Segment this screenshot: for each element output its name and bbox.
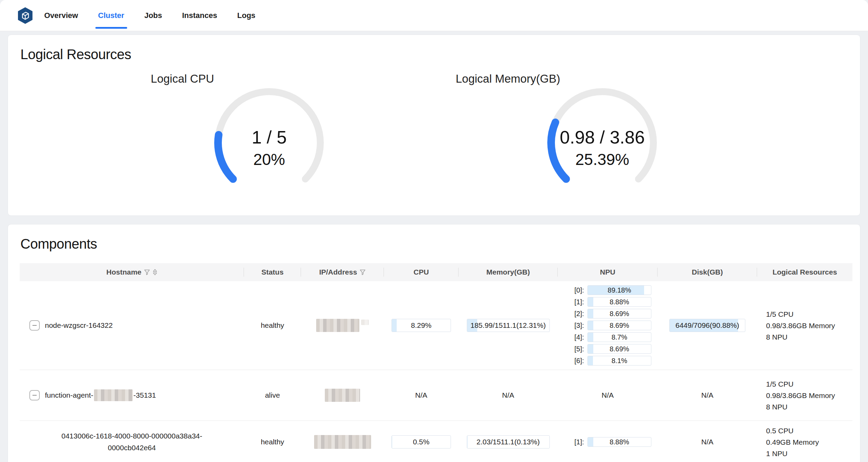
npu-index-label: [5]: — [568, 345, 584, 353]
sorter-icon[interactable] — [153, 269, 157, 275]
collapse-toggle-button[interactable] — [29, 390, 40, 400]
hostname-text: 0413006c-1618-4000-8000-000000a38a34- — [62, 430, 202, 442]
column-header-label: CPU — [414, 268, 429, 276]
gauge-chart-logical-cpu: 1 / 5 20% — [207, 84, 331, 202]
npu-usage-bar: 89.18% — [587, 285, 651, 295]
npu-usage-bar: 8.69% — [587, 321, 651, 330]
redacted-ip-block — [325, 389, 360, 402]
app-logo-icon — [17, 7, 33, 24]
npu-index-label: [1]: — [568, 438, 584, 446]
collapse-toggle-button[interactable] — [29, 320, 40, 331]
gauge-title-cpu: Logical CPU — [113, 72, 252, 85]
logical-resource-line: 1/5 CPU — [766, 308, 793, 320]
npu-cell: [1]:8.88% — [558, 436, 658, 448]
status-cell: healthy — [244, 321, 301, 330]
cpu-usage-bar: 0.5% — [391, 435, 451, 449]
disk-cell: N/A — [658, 438, 757, 446]
column-header-status: Status — [244, 263, 301, 281]
table-row: node-wzgscr-164322 healthy 8.29% 185.99/… — [20, 281, 852, 370]
disk-cell: 6449/7096(90.88%) — [658, 319, 757, 332]
components-title: Components — [20, 236, 97, 252]
cpu-cell: 0.5% — [384, 435, 459, 449]
gauge-chart-logical-memory: 0.98 / 3.86 25.39% — [540, 84, 664, 202]
npu-index-label: [4]: — [568, 333, 584, 341]
npu-usage-bar: 8.7% — [587, 332, 651, 342]
npu-usage-bar: 8.88% — [587, 297, 651, 307]
column-header-disk: Disk(GB) — [658, 263, 757, 281]
nav-tabs: Overview Cluster Jobs Instances Logs — [44, 0, 255, 31]
na-text: N/A — [415, 391, 427, 399]
npu-usage-bar: 8.69% — [587, 344, 651, 354]
npu-usage-bar: 8.1% — [587, 356, 651, 366]
npu-usage-list: [1]:8.88% — [558, 436, 658, 448]
npu-usage-bar: 8.88% — [587, 437, 651, 447]
column-header-cpu: CPU — [384, 263, 459, 281]
filter-icon[interactable] — [360, 269, 366, 275]
hostname-cell: function-agent- -35131 — [20, 389, 244, 401]
logical-resources-cell: 1/5 CPU0.98/3.86GB Memory8 NPU — [757, 378, 852, 413]
filter-icon[interactable] — [144, 269, 150, 275]
table-row: function-agent- -35131 alive N/A N/A N/A… — [20, 370, 852, 421]
column-header-ip: IP/Address — [301, 263, 384, 281]
npu-usage-row: [4]:8.7% — [568, 331, 651, 343]
npu-usage-row: [3]:8.69% — [568, 320, 651, 331]
cpu-cell: 8.29% — [384, 319, 459, 332]
status-text: healthy — [261, 438, 284, 446]
npu-index-label: [0]: — [568, 286, 584, 294]
tab-logs[interactable]: Logs — [237, 0, 256, 31]
status-text: alive — [265, 391, 280, 399]
hostname-text: node-wzgscr-164322 — [45, 321, 113, 330]
tab-cluster[interactable]: Cluster — [98, 0, 124, 31]
cpu-usage-bar: 8.29% — [391, 319, 451, 332]
memory-usage-bar: 185.99/1511.1(12.31%) — [467, 319, 550, 332]
tab-jobs[interactable]: Jobs — [144, 0, 162, 31]
gauge-value-text: 1 / 5 — [252, 127, 286, 147]
gauge-value-text: 0.98 / 3.86 — [560, 127, 645, 147]
column-header-label: Status — [261, 268, 283, 276]
hostname-prefix: function-agent- — [45, 391, 93, 399]
redacted-ip-block — [314, 435, 371, 449]
hostname-cell: node-wzgscr-164322 — [20, 320, 244, 331]
column-header-memory: Memory(GB) — [459, 263, 558, 281]
npu-cell: N/A — [558, 391, 658, 399]
components-table: Hostname Status IP/Address CPU Memory(GB… — [20, 263, 852, 462]
npu-index-label: [6]: — [568, 357, 584, 365]
top-navbar: Overview Cluster Jobs Instances Logs — [0, 0, 868, 31]
redacted-ip-block — [316, 319, 359, 332]
na-text: N/A — [701, 391, 713, 399]
npu-index-label: [3]: — [568, 322, 584, 330]
hostname-text: function-agent- -35131 — [45, 389, 156, 401]
npu-usage-row: [1]:8.88% — [568, 436, 651, 448]
ip-cell — [301, 319, 384, 332]
npu-index-label: [2]: — [568, 310, 584, 318]
ip-cell — [301, 389, 384, 402]
npu-usage-row: [1]:8.88% — [568, 296, 651, 308]
tab-instances[interactable]: Instances — [182, 0, 217, 31]
table-header-row: Hostname Status IP/Address CPU Memory(GB… — [20, 263, 852, 281]
logical-resource-line: 8 NPU — [766, 401, 787, 413]
cpu-cell: N/A — [384, 391, 459, 399]
column-header-label: Disk(GB) — [692, 268, 723, 276]
column-header-logical-resources: Logical Resources — [757, 263, 852, 281]
memory-cell: 2.03/1511.1(0.13%) — [459, 435, 558, 449]
logical-resource-line: 1 NPU — [766, 448, 787, 459]
column-header-label: Hostname — [106, 268, 142, 276]
hostname-suffix: -35131 — [133, 391, 156, 399]
column-header-label: Memory(GB) — [486, 268, 530, 276]
logical-resource-line: 0.98/3.86GB Memory — [766, 390, 835, 401]
hostname-cell: 0413006c-1618-4000-8000-000000a38a34- 00… — [20, 430, 244, 454]
memory-cell: 185.99/1511.1(12.31%) — [459, 319, 558, 332]
tab-overview[interactable]: Overview — [44, 0, 78, 31]
column-header-label: IP/Address — [319, 268, 357, 276]
disk-cell: N/A — [658, 391, 757, 399]
gauge-percent-text: 25.39% — [575, 150, 629, 168]
ip-cell — [301, 435, 384, 449]
redacted-ip-block — [361, 320, 369, 325]
na-text: N/A — [602, 391, 614, 399]
hostname-text: 0000cb042e64 — [108, 442, 156, 454]
logical-resource-line: 8 NPU — [766, 331, 787, 343]
npu-index-label: [1]: — [568, 298, 584, 306]
logical-resource-line: 0.5 CPU — [766, 425, 793, 436]
column-header-hostname: Hostname — [20, 263, 244, 281]
na-text: N/A — [701, 438, 713, 446]
